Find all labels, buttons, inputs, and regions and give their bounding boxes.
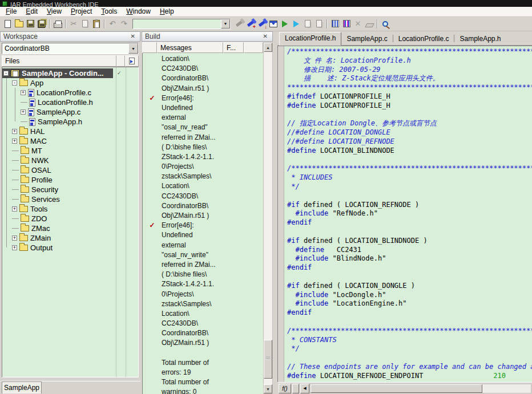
build-message-row[interactable]: CC2430DB\ bbox=[143, 319, 263, 328]
undo-icon[interactable]: ↶ bbox=[107, 18, 118, 30]
cut-icon[interactable]: ✂ bbox=[68, 18, 79, 30]
redo-icon[interactable]: ↷ bbox=[118, 18, 130, 30]
build-column-extra[interactable] bbox=[244, 42, 263, 53]
build-message-row[interactable]: Total number of bbox=[143, 358, 263, 368]
breakpoint-gutter[interactable] bbox=[278, 46, 284, 382]
tree-expander-plus[interactable]: + bbox=[12, 206, 17, 212]
files-header-label[interactable]: Files bbox=[2, 55, 116, 67]
build-message-row[interactable]: warnings: 0 bbox=[143, 387, 263, 394]
menu-file[interactable]: File bbox=[1, 7, 21, 16]
workspace-bottom-tab[interactable]: SampleApp bbox=[2, 381, 42, 393]
replace-icon[interactable] bbox=[268, 18, 279, 30]
editor-tab-sampleapp-h[interactable]: SampleApp.h bbox=[454, 33, 506, 45]
build-message-row[interactable]: Location\ bbox=[143, 181, 263, 191]
tree-item-mac[interactable]: +MAC bbox=[2, 136, 113, 146]
function-list-button[interactable]: f() bbox=[279, 384, 291, 393]
stop-build-icon[interactable]: ✕ bbox=[352, 18, 364, 30]
menu-edit[interactable]: Edit bbox=[21, 7, 42, 16]
build-message-row[interactable]: CC2430DB\ bbox=[143, 64, 263, 74]
editor-tab-sampleapp-c[interactable]: SampleApp.c bbox=[341, 33, 392, 45]
build-message-row[interactable]: 0\Projects\ bbox=[143, 290, 263, 299]
build-column-messages[interactable]: Messages bbox=[157, 42, 223, 53]
scrollbar-thumb[interactable] bbox=[264, 340, 272, 379]
build-message-row[interactable]: zstack\Samples\ bbox=[143, 299, 263, 309]
tree-expander-plus[interactable]: + bbox=[12, 235, 17, 241]
close-icon[interactable]: ✕ bbox=[129, 34, 137, 39]
tree-expander-plus[interactable]: + bbox=[12, 129, 17, 134]
menu-help[interactable]: Help bbox=[155, 7, 179, 16]
close-icon[interactable]: ✕ bbox=[261, 34, 269, 39]
build-message-row[interactable]: Obj\ZMain.r51 ) bbox=[143, 84, 263, 94]
next-error-icon[interactable] bbox=[313, 18, 325, 30]
tree-expander-plus[interactable]: + bbox=[12, 245, 17, 250]
tree-item-zmac[interactable]: ZMac bbox=[2, 224, 113, 233]
search-combo[interactable]: ▼ bbox=[132, 19, 231, 29]
compile-icon[interactable] bbox=[291, 18, 302, 30]
build-column-file[interactable]: F... bbox=[223, 42, 244, 53]
build-message-row[interactable]: CoordinatorBB\ bbox=[143, 328, 263, 338]
configuration-combo-value[interactable]: CoordinatorBB bbox=[2, 43, 128, 54]
build-message-row[interactable]: referred in ZMai... bbox=[143, 133, 263, 143]
build-message-row[interactable]: ✓Error[e46]: bbox=[143, 94, 263, 103]
build-message-row[interactable]: CC2430DB\ bbox=[143, 192, 263, 201]
save-all-icon[interactable] bbox=[36, 18, 47, 30]
build-message-row[interactable]: ZStack-1.4.2-1.1. bbox=[143, 279, 263, 289]
chevron-down-icon[interactable]: ▼ bbox=[221, 19, 230, 29]
files-header-option-button[interactable] bbox=[125, 55, 139, 67]
menu-project[interactable]: Project bbox=[66, 7, 96, 16]
build-message-list[interactable]: Location\CC2430DB\CoordinatorBB\Obj\ZMai… bbox=[142, 53, 263, 394]
chevron-down-icon[interactable]: ▼ bbox=[128, 43, 138, 54]
editor-tab-locationprofile-c[interactable]: LocationProfile.c bbox=[393, 33, 454, 45]
scrollbar-track[interactable] bbox=[264, 52, 272, 384]
editor[interactable]: /***************************************… bbox=[277, 46, 532, 382]
search-combo-value[interactable] bbox=[133, 19, 221, 29]
build-message-row[interactable]: external bbox=[143, 113, 263, 123]
build-message-row[interactable]: Undefined bbox=[143, 230, 263, 240]
build-message-row[interactable]: Obj\ZMain.r51 ) bbox=[143, 211, 263, 221]
build-message-row[interactable]: CoordinatorBB\ bbox=[143, 74, 263, 83]
scroll-up-icon[interactable]: ▲ bbox=[264, 43, 272, 52]
scroll-down-icon[interactable]: ▼ bbox=[264, 384, 272, 393]
build-message-row[interactable]: Undefined bbox=[143, 103, 263, 113]
tree-item-sampleapp-c[interactable]: +SampleApp.c bbox=[2, 107, 113, 117]
tree-item-mt[interactable]: MT bbox=[2, 146, 113, 156]
tree-item-app[interactable]: -App bbox=[2, 78, 113, 88]
build-message-row[interactable]: zstack\Samples\ bbox=[143, 172, 263, 181]
tree-item-security[interactable]: Security bbox=[2, 185, 113, 194]
build-panel-header[interactable]: Build ✕ bbox=[142, 31, 273, 42]
tree-item-services[interactable]: Services bbox=[2, 194, 113, 204]
tree-item-output[interactable]: +Output bbox=[2, 243, 113, 253]
workspace-panel-header[interactable]: Workspace ✕ bbox=[0, 31, 140, 42]
build-message-row[interactable]: CoordinatorBB\ bbox=[143, 201, 263, 211]
new-document-icon[interactable] bbox=[2, 18, 13, 30]
build-message-row[interactable]: "osal_nv_read" bbox=[143, 123, 263, 132]
build-column-icon[interactable] bbox=[142, 42, 157, 53]
build-message-row[interactable]: referred in ZMai... bbox=[143, 260, 263, 270]
tree-item-sampleapp-coordin[interactable]: -SampleApp - Coordin... bbox=[2, 68, 113, 78]
scroll-left-icon[interactable]: ◀ bbox=[300, 384, 309, 393]
open-icon[interactable] bbox=[13, 18, 25, 30]
save-icon[interactable] bbox=[25, 18, 36, 30]
build-message-row[interactable]: external bbox=[143, 241, 263, 250]
build-vertical-scrollbar[interactable]: ▲ ▼ bbox=[263, 42, 273, 394]
workspace-tree[interactable]: -SampleApp - Coordin...✓-App+LocationPro… bbox=[2, 67, 139, 377]
tree-item-tools[interactable]: +Tools bbox=[2, 204, 113, 214]
build-message-row[interactable]: Location\ bbox=[143, 309, 263, 319]
tree-item-locationprofile-c[interactable]: +LocationProfile.c bbox=[2, 88, 113, 98]
build-message-row[interactable]: ( D:\bishe files\ bbox=[143, 143, 263, 152]
build-message-row[interactable]: "osal_nv_write" bbox=[143, 250, 263, 260]
build-message-row[interactable]: errors: 19 bbox=[143, 368, 263, 377]
find-previous-icon[interactable]: ↓ bbox=[256, 18, 268, 30]
find-icon[interactable] bbox=[233, 18, 245, 30]
debug-icon[interactable] bbox=[380, 18, 391, 30]
print-icon[interactable] bbox=[52, 18, 63, 30]
goto-icon[interactable] bbox=[279, 18, 291, 30]
paste-icon[interactable] bbox=[91, 18, 102, 30]
build-message-row[interactable]: Total number of bbox=[143, 377, 263, 387]
previous-error-icon[interactable] bbox=[302, 18, 313, 30]
tree-item-locationprofile-h[interactable]: LocationProfile.h bbox=[2, 98, 113, 107]
tree-expander-minus[interactable]: - bbox=[3, 71, 9, 76]
find-next-icon[interactable]: + bbox=[245, 18, 256, 30]
menu-tools[interactable]: Tools bbox=[96, 7, 122, 16]
tree-expander-minus[interactable]: - bbox=[12, 80, 17, 86]
